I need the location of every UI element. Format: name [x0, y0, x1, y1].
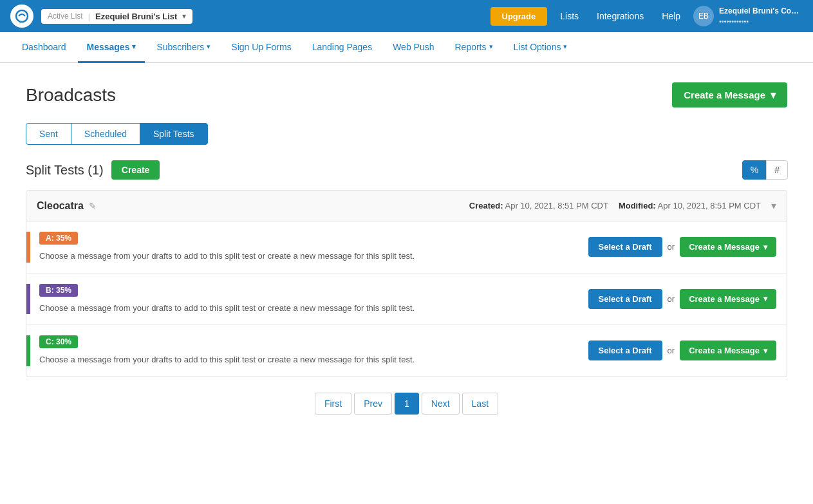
avatar: EB: [693, 6, 714, 26]
pagination-last[interactable]: Last: [462, 393, 498, 415]
secondary-nav: Dashboard Messages ▾ Subscribers ▾ Sign …: [0, 32, 813, 63]
or-text-a: or: [668, 242, 675, 252]
page-header: Broadcasts Create a Message ▾: [26, 82, 787, 107]
variant-desc-b: Choose a message from your drafts to add…: [39, 302, 578, 315]
edit-icon[interactable]: ✎: [89, 201, 97, 211]
variant-color-bar-c: [26, 335, 30, 366]
chevron-down-icon: ▾: [771, 89, 776, 101]
create-message-label-b: Create a Message: [689, 294, 760, 304]
section-title-group: Split Tests (1) Create: [26, 160, 160, 180]
percent-view-button[interactable]: %: [742, 160, 767, 180]
variant-row-a: A: 35% Choose a message from your drafts…: [26, 221, 787, 274]
nav-item-list-options[interactable]: List Options ▾: [505, 33, 577, 63]
top-bar: Active List | Ezequiel Bruni's List ▾ Up…: [0, 0, 813, 32]
section-header: Split Tests (1) Create % #: [26, 160, 787, 180]
create-message-button-b[interactable]: Create a Message ▾: [680, 289, 776, 309]
create-message-button-c[interactable]: Create a Message ▾: [680, 341, 776, 360]
card-meta: Created: Apr 10, 2021, 8:51 PM CDT Modif…: [469, 200, 776, 212]
pagination-next[interactable]: Next: [422, 393, 460, 415]
chevron-down-icon: ▾: [207, 42, 210, 51]
variant-color-bar-b: [26, 284, 30, 315]
collapse-icon[interactable]: ▾: [771, 200, 776, 212]
variant-badge-a: A: 35%: [39, 232, 78, 245]
svg-point-0: [16, 10, 28, 22]
lists-link[interactable]: Lists: [555, 8, 584, 24]
variant-content-b: B: 35% Choose a message from your drafts…: [39, 284, 578, 315]
upgrade-button[interactable]: Upgrade: [491, 7, 548, 26]
nav-item-web-push[interactable]: Web Push: [384, 33, 443, 63]
created-meta: Created: Apr 10, 2021, 8:51 PM CDT: [469, 201, 608, 210]
or-text-b: or: [668, 294, 675, 304]
active-list-label: Active List: [48, 12, 83, 21]
variant-content-c: C: 30% Choose a message from your drafts…: [39, 335, 578, 366]
variant-desc-a: Choose a message from your drafts to add…: [39, 250, 578, 263]
chevron-down-icon: ▾: [563, 42, 567, 51]
chevron-down-icon: ▾: [182, 12, 186, 21]
variant-badge-c: C: 30%: [39, 335, 78, 348]
variant-actions-c: Select a Draft or Create a Message ▾: [588, 341, 777, 360]
page-title: Broadcasts: [26, 85, 116, 106]
variant-row-b: B: 35% Choose a message from your drafts…: [26, 274, 787, 326]
tab-scheduled[interactable]: Scheduled: [71, 123, 140, 145]
variant-color-bar-a: [26, 232, 30, 263]
chevron-down-icon: ▾: [763, 294, 767, 303]
card-header: Cleocatra ✎ Created: Apr 10, 2021, 8:51 …: [26, 191, 787, 221]
view-toggle: % #: [742, 160, 787, 180]
select-draft-button-b[interactable]: Select a Draft: [588, 289, 662, 309]
pagination-prev[interactable]: Prev: [354, 393, 392, 415]
or-text-c: or: [668, 346, 675, 355]
variant-badge-b: B: 35%: [39, 284, 78, 297]
active-list-name: Ezequiel Bruni's List: [95, 12, 177, 21]
user-name: Ezequiel Bruni's Comp...: [719, 6, 803, 17]
select-draft-button-c[interactable]: Select a Draft: [588, 341, 662, 360]
nav-item-messages[interactable]: Messages ▾: [78, 33, 145, 63]
main-content: Broadcasts Create a Message ▾ Sent Sched…: [0, 63, 813, 434]
modified-label: Modified:: [619, 201, 656, 210]
tab-split-tests[interactable]: Split Tests: [140, 123, 208, 145]
variant-content-a: A: 35% Choose a message from your drafts…: [39, 232, 578, 263]
modified-meta: Modified: Apr 10, 2021, 8:51 PM CDT: [619, 201, 761, 210]
chevron-down-icon: ▾: [763, 346, 767, 355]
create-a-message-label: Create a Message: [684, 89, 765, 100]
chevron-down-icon: ▾: [763, 243, 767, 252]
nav-item-reports[interactable]: Reports ▾: [445, 33, 501, 63]
nav-item-landing-pages[interactable]: Landing Pages: [303, 33, 381, 63]
split-test-card: Cleocatra ✎ Created: Apr 10, 2021, 8:51 …: [26, 190, 787, 377]
section-title: Split Tests (1): [26, 163, 104, 178]
logo: [10, 5, 33, 28]
pagination-page-1[interactable]: 1: [395, 393, 419, 415]
help-link[interactable]: Help: [657, 8, 686, 24]
create-a-message-button[interactable]: Create a Message ▾: [672, 82, 787, 107]
modified-value: Apr 10, 2021, 8:51 PM CDT: [658, 201, 761, 210]
chevron-down-icon: ▾: [489, 42, 493, 51]
active-list-selector[interactable]: Active List | Ezequiel Bruni's List ▾: [41, 9, 192, 24]
nav-item-subscribers[interactable]: Subscribers ▾: [147, 33, 220, 63]
variant-actions-a: Select a Draft or Create a Message ▾: [588, 237, 777, 257]
created-value: Apr 10, 2021, 8:51 PM CDT: [505, 201, 608, 210]
create-message-label-c: Create a Message: [689, 346, 760, 355]
chevron-down-icon: ▾: [132, 42, 136, 51]
create-split-test-button[interactable]: Create: [111, 160, 160, 180]
variant-row-c: C: 30% Choose a message from your drafts…: [26, 325, 787, 377]
create-message-button-a[interactable]: Create a Message ▾: [680, 237, 776, 257]
create-message-label-a: Create a Message: [689, 242, 760, 252]
variant-desc-c: Choose a message from your drafts to add…: [39, 353, 578, 366]
created-label: Created:: [469, 201, 503, 210]
nav-item-dashboard[interactable]: Dashboard: [13, 33, 75, 63]
pagination: First Prev 1 Next Last: [26, 393, 787, 415]
hash-view-button[interactable]: #: [766, 160, 788, 180]
user-email: ••••••••••••: [719, 17, 803, 26]
tab-group: Sent Scheduled Split Tests: [26, 123, 787, 145]
pagination-first[interactable]: First: [315, 393, 351, 415]
nav-item-signup-forms[interactable]: Sign Up Forms: [222, 33, 300, 63]
select-draft-button-a[interactable]: Select a Draft: [588, 237, 662, 257]
user-info: EB Ezequiel Bruni's Comp... ••••••••••••: [693, 6, 803, 26]
variant-actions-b: Select a Draft or Create a Message ▾: [588, 289, 777, 309]
integrations-link[interactable]: Integrations: [592, 8, 649, 24]
card-title-group: Cleocatra ✎: [37, 200, 97, 212]
card-title: Cleocatra: [37, 200, 84, 212]
tab-sent[interactable]: Sent: [26, 123, 71, 145]
